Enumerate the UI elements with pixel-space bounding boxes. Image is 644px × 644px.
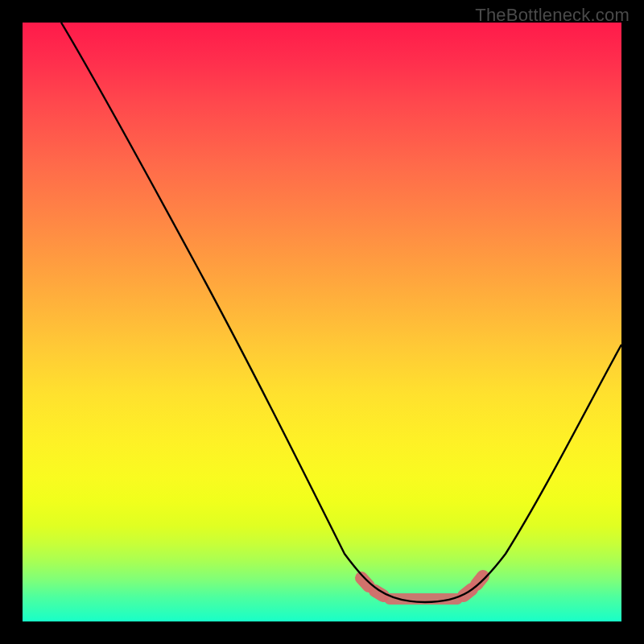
plot-area bbox=[23, 23, 621, 621]
optimal-zone-marker bbox=[361, 576, 483, 599]
bottleneck-curve bbox=[61, 23, 621, 602]
watermark-text: TheBottleneck.com bbox=[475, 5, 630, 26]
chart-svg bbox=[23, 23, 621, 621]
chart-frame: TheBottleneck.com bbox=[0, 0, 644, 644]
